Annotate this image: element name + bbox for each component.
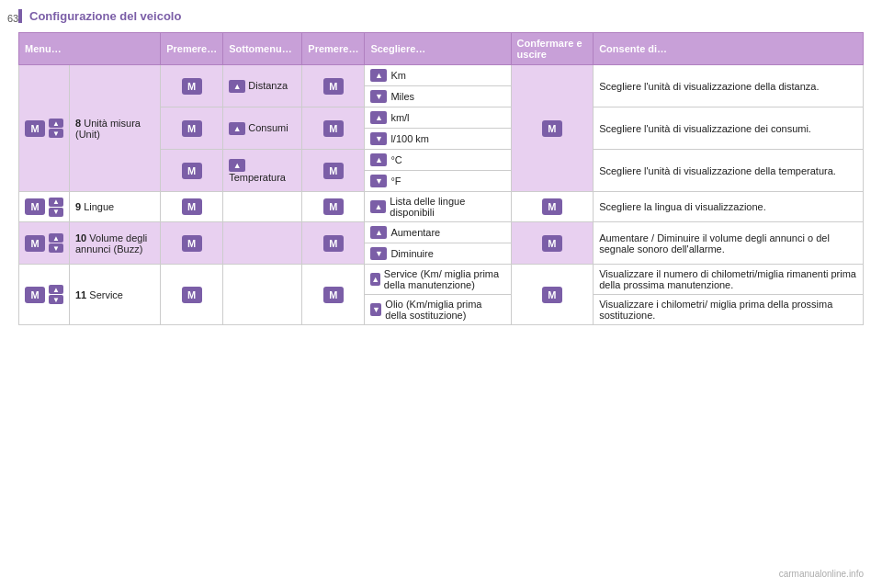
- arrow-down-btn[interactable]: ▼: [370, 90, 387, 103]
- option-label: Lista delle lingue disponibili: [390, 196, 504, 218]
- arrow-down-icon[interactable]: ▼: [49, 208, 63, 217]
- scegliere-cell: ▼ Olio (Km/miglia prima della sostituzio…: [365, 295, 511, 325]
- sottomenu-cell: [223, 222, 302, 265]
- button-m[interactable]: M: [25, 287, 45, 303]
- table-row: M▲▼10 Volume degli annunci (Buzz)MM▲ Aum…: [19, 222, 864, 243]
- button-updown: ▲▼: [49, 119, 63, 138]
- option-label: Service (Km/ miglia prima della manutenz…: [384, 268, 505, 290]
- premere-cell: M: [161, 222, 223, 265]
- button-m[interactable]: M: [182, 235, 202, 252]
- menu-label-cell: 8 Unità misura (Unit): [70, 65, 161, 192]
- button-m[interactable]: M: [182, 198, 202, 215]
- scegliere-cell: ▲ Km: [365, 65, 511, 86]
- arrow-up-btn[interactable]: ▲: [370, 226, 387, 239]
- button-m[interactable]: M: [25, 198, 45, 215]
- menu-control-cell: M▲▼: [19, 192, 70, 222]
- button-updown: ▲▼: [49, 233, 63, 253]
- menu-control-cell: M▲▼: [19, 222, 70, 265]
- main-table: Menu… Premere… Sottomenu… Premere… Scegl…: [18, 32, 864, 325]
- arrow-up-icon[interactable]: ▲: [49, 285, 63, 294]
- consente-cell: Scegliere l'unità di visualizzazione dei…: [594, 107, 864, 150]
- page-title: Configurazione del veicolo: [18, 9, 864, 23]
- option-label: °C: [390, 154, 401, 165]
- button-m[interactable]: M: [25, 235, 45, 252]
- premere-cell: M: [161, 265, 223, 325]
- button-m[interactable]: M: [182, 120, 202, 137]
- option-label: Km: [390, 70, 406, 81]
- scegliere-cell: ▲ °C: [365, 150, 511, 171]
- confermare-cell: M: [511, 222, 594, 265]
- button-m[interactable]: M: [182, 287, 202, 303]
- premere-cell: M: [161, 65, 223, 107]
- premere2-cell: M: [302, 107, 365, 150]
- sottomenu-cell: [223, 192, 302, 222]
- menu-label-cell: 10 Volume degli annunci (Buzz): [70, 222, 161, 265]
- col-consente: Consente di…: [594, 33, 864, 65]
- button-m[interactable]: M: [542, 198, 562, 215]
- consente-cell: Visualizzare il numero di chilometri/mig…: [594, 265, 864, 295]
- arrow-up-btn[interactable]: ▲: [229, 80, 245, 93]
- consente-cell: Scegliere l'unità di visualizzazione del…: [594, 65, 864, 107]
- arrow-up-icon[interactable]: ▲: [49, 233, 63, 243]
- premere2-cell: M: [302, 150, 365, 192]
- option-label: Miles: [390, 91, 414, 102]
- scegliere-cell: ▼ °F: [365, 171, 511, 192]
- arrow-up-btn[interactable]: ▲: [370, 69, 387, 82]
- arrow-up-icon[interactable]: ▲: [49, 198, 63, 207]
- button-m[interactable]: M: [323, 120, 344, 137]
- arrow-down-icon[interactable]: ▼: [49, 129, 63, 138]
- arrow-down-icon[interactable]: ▼: [49, 243, 63, 253]
- button-m[interactable]: M: [323, 163, 344, 179]
- scegliere-cell: ▼ Diminuire: [365, 243, 511, 265]
- premere2-cell: M: [302, 265, 365, 325]
- option-label: °F: [390, 175, 401, 187]
- button-m[interactable]: M: [323, 235, 344, 252]
- page-number: 63: [7, 13, 18, 24]
- arrow-down-btn[interactable]: ▼: [370, 132, 387, 145]
- arrow-up-btn[interactable]: ▲: [229, 122, 245, 135]
- button-m[interactable]: M: [182, 163, 202, 179]
- premere2-cell: M: [302, 65, 365, 107]
- premere2-cell: M: [302, 192, 365, 222]
- arrow-down-btn[interactable]: ▼: [370, 303, 381, 316]
- page: 63 Configurazione del veicolo Menu… Prem…: [0, 0, 882, 588]
- arrow-down-icon[interactable]: ▼: [49, 295, 63, 304]
- scegliere-cell: ▲ Lista delle lingue disponibili: [365, 192, 511, 222]
- button-updown: ▲▼: [49, 198, 63, 217]
- arrow-up-btn[interactable]: ▲: [370, 200, 386, 213]
- scegliere-cell: ▼ Miles: [365, 86, 511, 107]
- arrow-up-btn[interactable]: ▲: [370, 273, 379, 286]
- button-m[interactable]: M: [323, 78, 344, 95]
- menu-control-cell: M▲▼: [19, 65, 70, 192]
- premere-cell: M: [161, 107, 223, 150]
- option-label: Aumentare: [390, 227, 440, 238]
- arrow-up-icon[interactable]: ▲: [49, 119, 63, 128]
- table-row: M▲▼9 LingueMM▲ Lista delle lingue dispon…: [19, 192, 864, 222]
- sottomenu-cell: ▲ Distanza: [223, 65, 302, 107]
- scegliere-cell: ▲ km/l: [365, 107, 511, 129]
- col-scegliere: Scegliere…: [365, 33, 511, 65]
- sottomenu-cell: [223, 265, 302, 325]
- premere-cell: M: [161, 192, 223, 222]
- button-m[interactable]: M: [542, 287, 562, 303]
- button-m[interactable]: M: [542, 120, 562, 137]
- arrow-down-btn[interactable]: ▼: [370, 175, 387, 187]
- arrow-up-btn[interactable]: ▲: [229, 159, 245, 172]
- button-updown: ▲▼: [49, 285, 63, 304]
- watermark: carmanualonline.info: [779, 569, 864, 579]
- button-m[interactable]: M: [323, 198, 344, 215]
- button-m[interactable]: M: [25, 120, 45, 137]
- consente-cell: Visualizzare i chilometri/ miglia prima …: [594, 295, 864, 325]
- arrow-down-btn[interactable]: ▼: [370, 247, 387, 260]
- col-premere2: Premere…: [302, 33, 365, 65]
- arrow-up-btn[interactable]: ▲: [370, 111, 387, 124]
- button-m[interactable]: M: [182, 78, 202, 95]
- consente-cell: Scegliere la lingua di visualizzazione.: [594, 192, 864, 222]
- arrow-up-btn[interactable]: ▲: [370, 153, 387, 166]
- button-m[interactable]: M: [542, 235, 562, 252]
- confermare-cell: M: [511, 65, 594, 192]
- button-m[interactable]: M: [323, 287, 344, 303]
- option-label: Diminuire: [390, 248, 433, 259]
- option-label: km/l: [390, 112, 409, 123]
- scegliere-cell: ▲ Aumentare: [365, 222, 511, 243]
